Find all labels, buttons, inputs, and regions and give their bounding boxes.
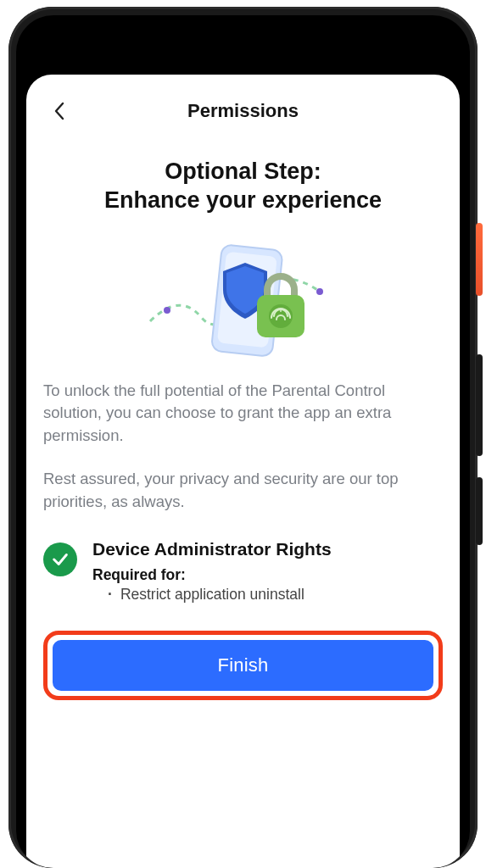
finish-button-highlight: Finish xyxy=(43,631,443,700)
permission-item: Device Administrator Rights Required for… xyxy=(43,539,443,604)
back-button[interactable] xyxy=(47,98,72,124)
phone-volume-down xyxy=(476,477,483,545)
headline-line-2: Enhance your experience xyxy=(43,186,443,215)
phone-volume-up xyxy=(476,354,483,456)
security-illustration xyxy=(142,232,345,368)
headline: Optional Step: Enhance your experience xyxy=(43,158,443,215)
permission-text: Device Administrator Rights Required for… xyxy=(92,539,332,604)
permission-granted-badge xyxy=(43,542,77,576)
description-paragraph-2: Rest assured, your privacy and security … xyxy=(43,468,443,514)
check-icon xyxy=(51,550,70,569)
chevron-left-icon xyxy=(53,101,66,121)
permission-required-label: Required for: xyxy=(92,566,332,584)
svg-point-0 xyxy=(164,307,170,314)
headline-line-1: Optional Step: xyxy=(43,158,443,186)
permission-bullet-list: Restrict application uninstall xyxy=(92,586,332,604)
svg-point-1 xyxy=(316,288,323,295)
top-bar: Permissions xyxy=(43,97,443,125)
phone-frame: Permissions Optional Step: Enhance your … xyxy=(8,7,478,868)
permission-title: Device Administrator Rights xyxy=(92,539,332,559)
page-title: Permissions xyxy=(187,100,299,122)
permission-bullet-item: Restrict application uninstall xyxy=(108,586,332,604)
finish-button[interactable]: Finish xyxy=(53,640,433,691)
app-screen: Permissions Optional Step: Enhance your … xyxy=(26,75,460,868)
phone-bezel: Permissions Optional Step: Enhance your … xyxy=(16,15,470,868)
description-paragraph-1: To unlock the full potential of the Pare… xyxy=(43,380,443,448)
phone-power-button xyxy=(476,223,483,296)
